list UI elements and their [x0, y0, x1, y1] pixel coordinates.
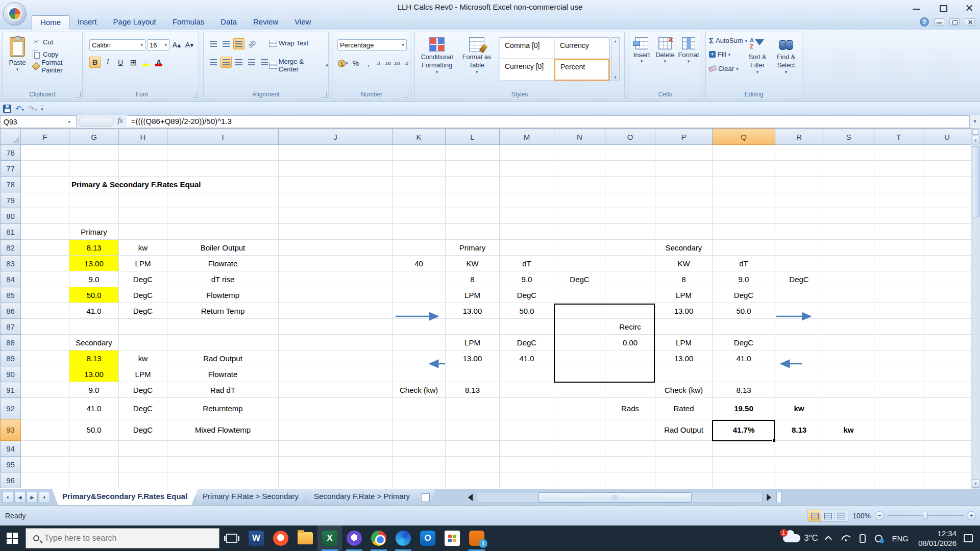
cell-L91[interactable]: 8.13 — [446, 382, 500, 398]
cell-M85[interactable]: DegC — [500, 287, 554, 303]
cell-H93[interactable]: DegC — [119, 419, 167, 441]
cell-N92[interactable] — [554, 398, 605, 419]
cell-R84[interactable]: DegC — [775, 271, 823, 287]
cell-M89[interactable]: 41.0 — [500, 350, 554, 366]
cell-O94[interactable] — [605, 441, 655, 457]
cell-Q79[interactable] — [713, 192, 775, 208]
cell-H88[interactable] — [119, 335, 167, 350]
cell-L95[interactable] — [446, 457, 500, 472]
cell-H89[interactable]: kw — [119, 350, 167, 366]
cell-U81[interactable] — [923, 224, 971, 240]
clock[interactable]: 12:34 08/01/2026 — [913, 529, 962, 548]
cell-P85[interactable]: LPM — [655, 287, 713, 303]
paste-dropdown-arrow[interactable]: ▾ — [6, 67, 29, 72]
cell-O93[interactable] — [605, 419, 655, 441]
row-header-81[interactable]: 81 — [1, 224, 21, 240]
accounting-format-button[interactable]: $ ▾ — [337, 58, 349, 69]
phone-link-button[interactable] — [855, 525, 870, 551]
cell-O88[interactable]: 0.00 — [605, 335, 655, 350]
cell-O95[interactable] — [605, 457, 655, 472]
cell-F82[interactable] — [21, 240, 69, 256]
cell-P92[interactable]: Rated — [655, 398, 713, 419]
cell-I79[interactable] — [167, 192, 279, 208]
cell-P96[interactable] — [655, 472, 713, 488]
cell-Q86[interactable]: 50.0 — [713, 303, 775, 319]
cell-G93[interactable]: 50.0 — [69, 419, 119, 441]
style-comma0[interactable]: Comma [0] — [499, 38, 554, 59]
borders-button[interactable]: ⊞ — [128, 57, 139, 68]
sort-filter-button[interactable]: AZ Sort & Filter ▾ — [743, 35, 772, 76]
alignment-dialog-launcher[interactable] — [322, 92, 327, 97]
cell-S83[interactable] — [823, 256, 874, 271]
column-header-Q[interactable]: Q — [713, 129, 775, 145]
cell-R81[interactable] — [775, 224, 823, 240]
cell-L80[interactable] — [446, 208, 500, 224]
cell-L86[interactable]: 13.00 — [446, 303, 500, 319]
taskbar-file-explorer[interactable] — [293, 525, 317, 551]
cell-I91[interactable]: Rad dT — [167, 382, 279, 398]
cell-L94[interactable] — [446, 441, 500, 457]
cell-M93[interactable] — [500, 419, 554, 441]
cell-U87[interactable] — [923, 319, 971, 335]
cell-M81[interactable] — [500, 224, 554, 240]
cell-K79[interactable] — [393, 192, 446, 208]
cell-T88[interactable] — [874, 335, 923, 350]
cell-N77[interactable] — [554, 161, 605, 177]
cell-O89[interactable] — [605, 350, 655, 366]
cell-G88[interactable]: Secondary — [69, 335, 119, 350]
cell-J84[interactable] — [279, 271, 393, 287]
insert-cells-button[interactable]: Insert ▾ — [630, 33, 653, 64]
cell-N93[interactable] — [554, 419, 605, 441]
cell-K77[interactable] — [393, 161, 446, 177]
cell-O82[interactable] — [605, 240, 655, 256]
cell-K96[interactable] — [393, 472, 446, 488]
workbook-close-button[interactable] — [965, 18, 975, 26]
cell-G96[interactable] — [69, 472, 119, 488]
format-cells-button[interactable]: Format ▾ — [677, 33, 700, 64]
hscroll-right-icon[interactable] — [767, 494, 771, 501]
cell-J86[interactable] — [279, 303, 393, 319]
cell-M88[interactable]: DegC — [500, 335, 554, 350]
increase-decimal-button[interactable]: .0→.00 — [376, 58, 391, 69]
cell-M95[interactable] — [500, 457, 554, 472]
tab-page-layout[interactable]: Page Layout — [105, 15, 164, 30]
cell-N96[interactable] — [554, 472, 605, 488]
cell-P95[interactable] — [655, 457, 713, 472]
cell-Q80[interactable] — [713, 208, 775, 224]
cell-J81[interactable] — [279, 224, 393, 240]
cell-T87[interactable] — [874, 319, 923, 335]
cell-R77[interactable] — [775, 161, 823, 177]
row-header-88[interactable]: 88 — [1, 335, 21, 350]
cell-J93[interactable] — [279, 419, 393, 441]
cell-P87[interactable] — [655, 319, 713, 335]
name-box-dropdown-arrow[interactable]: ▾ — [65, 119, 73, 124]
taskbar-store[interactable] — [440, 525, 464, 551]
cell-U84[interactable] — [923, 271, 971, 287]
help-icon[interactable]: ? — [920, 17, 929, 27]
cell-M91[interactable] — [500, 382, 554, 398]
customize-qat-button[interactable]: ▾ — [41, 106, 43, 112]
zoom-out-button[interactable]: − — [875, 511, 884, 520]
cell-F89[interactable] — [21, 350, 69, 366]
taskbar-edge[interactable] — [391, 525, 415, 551]
cell-T80[interactable] — [874, 208, 923, 224]
cell-F84[interactable] — [21, 271, 69, 287]
cell-U82[interactable] — [923, 240, 971, 256]
cell-S96[interactable] — [823, 472, 874, 488]
cell-M79[interactable] — [500, 192, 554, 208]
row-header-77[interactable]: 77 — [1, 161, 21, 177]
style-currency[interactable]: Currency — [554, 38, 609, 59]
cell-F77[interactable] — [21, 161, 69, 177]
cell-N82[interactable] — [554, 240, 605, 256]
align-top-button[interactable] — [208, 38, 219, 49]
row-header-83[interactable]: 83 — [1, 256, 21, 271]
cell-M83[interactable]: dT — [500, 256, 554, 271]
cell-I95[interactable] — [167, 457, 279, 472]
cell-F85[interactable] — [21, 287, 69, 303]
cell-T93[interactable] — [874, 419, 923, 441]
tab-review[interactable]: Review — [245, 15, 286, 30]
cell-L96[interactable] — [446, 472, 500, 488]
redo-button[interactable]: ↷▾ — [28, 104, 37, 113]
decrease-decimal-button[interactable]: .00→.0 — [393, 58, 409, 69]
column-header-M[interactable]: M — [500, 129, 554, 145]
